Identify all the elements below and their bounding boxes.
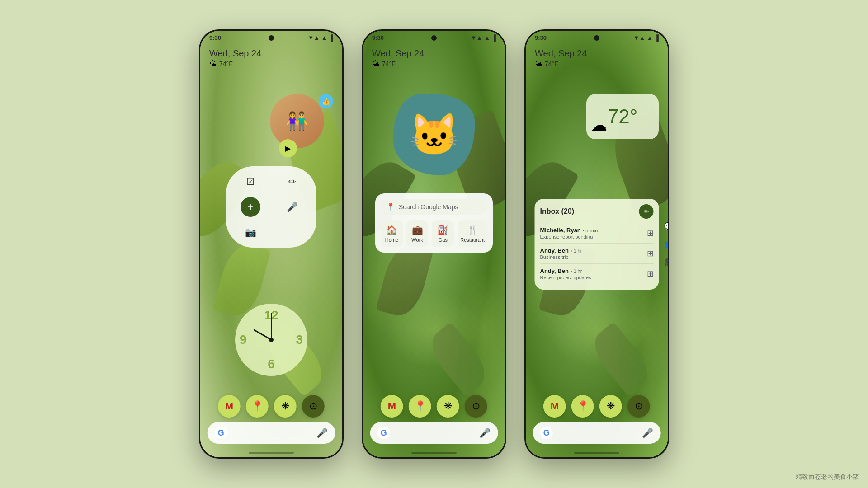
maps-app-icon-2[interactable]: 📍	[409, 395, 431, 418]
maps-app-icon-3[interactable]: 📍	[571, 395, 594, 418]
date-text-3: Wed, Sep 24	[535, 48, 659, 59]
weather-widget-3: 72° ☁	[586, 94, 659, 139]
photo-image-1: 👫	[270, 94, 324, 148]
wifi-icon-3: ▼▲	[633, 34, 645, 41]
tasks-icon-1[interactable]: ☑	[242, 174, 259, 190]
like-badge-1: 👍	[319, 94, 333, 108]
home-indicator-2	[411, 452, 457, 454]
gmail-preview-3-3: Recent project updates	[540, 275, 591, 280]
maps-btn-home-2[interactable]: 🏠 Home	[381, 220, 403, 247]
maps-search-2[interactable]: 📍 Search Google Maps	[381, 199, 487, 215]
gmail-icon-1[interactable]: M	[218, 395, 241, 418]
search-bar-2[interactable]: G 🎤	[370, 422, 498, 444]
gmail-row-2-3[interactable]: Andy, Ben • 1 hr Business trip ⊞	[540, 244, 654, 264]
weather-temp-2: 74°F	[382, 60, 396, 67]
search-bar-3[interactable]: G 🎤	[533, 422, 661, 444]
like-icon-1: 👍	[321, 97, 330, 106]
status-icons-3: ▼▲ ▲ ▐	[633, 34, 659, 41]
gmail-time-1-3: 5 min	[585, 228, 598, 233]
shortcuts-blob-1: ☑ ✏ + 🎤 📷	[226, 166, 316, 248]
people-side-icon-3[interactable]: 👥	[662, 238, 668, 251]
home-indicator-3	[574, 452, 619, 454]
gmail-side-icons-3: 💬 👥 🎥	[662, 220, 668, 269]
mic-icon-3: 🎤	[642, 427, 653, 438]
weather-cloud-3: ☁	[591, 116, 607, 135]
chat-side-icon-3[interactable]: 💬	[662, 220, 668, 233]
clock-min-hand-1	[271, 313, 272, 340]
status-bar-2: 9:30 ▼▲ ▲ ▐	[363, 31, 505, 43]
phones-container: 9:30 ▼▲ ▲ ▐ Wed, Sep 24 🌤 74°F 👫	[199, 29, 669, 459]
gmail-edit-button-3[interactable]: ✏	[639, 204, 654, 219]
gmail-sender-3-3: Andy, Ben • 1 hr	[540, 267, 591, 274]
cat-emoji-2: 🐱	[409, 111, 459, 159]
gmail-preview-2-3: Business trip	[540, 254, 582, 260]
pinwheel-icon-2[interactable]: ❋	[437, 395, 459, 418]
maps-btn-restaurant-2[interactable]: 🍴 Restaurant	[458, 220, 487, 247]
google-g-1: G	[215, 427, 227, 439]
notes-icon-1[interactable]: ✏	[284, 174, 300, 190]
play-button-1[interactable]: ▶	[279, 139, 297, 157]
gmail-icon-2[interactable]: M	[381, 395, 403, 418]
camera-notch-3	[594, 35, 599, 41]
date-widget-1: Wed, Sep 24 🌤 74°F	[200, 43, 342, 68]
battery-icon-3: ▐	[655, 34, 659, 41]
weather-icon-2: 🌤	[372, 60, 379, 68]
gmail-time-3-3: 1 hr	[573, 268, 582, 274]
chrome-2: ⊙	[472, 400, 480, 412]
maps-pin-icon-2: 📍	[386, 202, 395, 211]
signal-icon-3: ▲	[647, 34, 653, 41]
chrome-icon-3[interactable]: ⊙	[627, 395, 650, 418]
mic-icon-2: 🎤	[479, 427, 491, 438]
home-icon-2: 🏠	[386, 225, 397, 235]
gmail-row-3-3[interactable]: Andy, Ben • 1 hr Recent project updates …	[540, 264, 654, 284]
cat-widget-2[interactable]: 🐱	[393, 94, 475, 175]
gmail-email-content-1-3: Michelle, Ryan • 5 min Expense report pe…	[540, 227, 598, 239]
status-bar-1: 9:30 ▼▲ ▲ ▐	[200, 31, 342, 43]
search-bar-1[interactable]: G 🎤	[208, 422, 335, 444]
wifi-icon-2: ▼▲	[471, 34, 482, 41]
gmail-row-1-3[interactable]: Michelle, Ryan • 5 min Expense report pe…	[540, 223, 654, 244]
chrome-1: ⊙	[309, 400, 317, 412]
app-row-3: M 📍 ❋ ⊙	[543, 395, 650, 418]
weather-icon-1: 🌤	[209, 60, 217, 68]
gmail-preview-1-3: Expense report pending	[540, 234, 598, 239]
gmail-letter-1: M	[225, 400, 233, 412]
maps-btn-work-2[interactable]: 💼 Work	[406, 220, 429, 247]
weather-row-2: 🌤 74°F	[372, 60, 496, 68]
photo-blob-1: 👫	[270, 94, 324, 148]
app-row-1: M 📍 ❋ ⊙	[218, 395, 325, 418]
shortcuts-widget-1: ☑ ✏ + 🎤 📷	[226, 166, 316, 248]
gmail-sender-1-3: Michelle, Ryan • 5 min	[540, 227, 598, 234]
clock-widget-1: 12 3 6 9	[235, 304, 307, 376]
google-g-3: G	[540, 427, 553, 439]
maps-icon-1[interactable]: 📍	[246, 395, 269, 418]
gmail-sender-2-3: Andy, Ben • 1 hr	[540, 247, 582, 254]
camera-shortcut-icon-1[interactable]: 📷	[242, 224, 259, 240]
weather-temp-3: 74°F	[545, 60, 558, 67]
chrome-3: ⊙	[635, 400, 643, 412]
bottom-dock-2: M 📍 ❋ ⊙ G 🎤	[370, 395, 498, 444]
video-side-icon-3[interactable]: 🎥	[662, 256, 668, 269]
chrome-icon-1[interactable]: ⊙	[302, 395, 325, 418]
gmail-add-action-3-3[interactable]: ⊞	[647, 269, 654, 279]
add-shortcut-button-1[interactable]: +	[241, 197, 260, 217]
pinwheel-icon-3[interactable]: ❋	[599, 395, 622, 418]
gmail-time-2-3: 1 hr	[573, 248, 582, 253]
home-label-2: Home	[385, 237, 398, 243]
bottom-dock-1: M 📍 ❋ ⊙ G 🎤	[208, 395, 335, 444]
chrome-icon-2[interactable]: ⊙	[465, 395, 487, 418]
mic-shortcut-icon-1[interactable]: 🎤	[284, 199, 300, 215]
clock-6-1: 6	[268, 357, 275, 371]
status-icons-1: ▼▲ ▲ ▐	[308, 34, 333, 41]
gmail-letter-3: M	[551, 400, 559, 412]
pinwheel-2: ❋	[444, 400, 452, 412]
gmail-add-action-2-3[interactable]: ⊞	[647, 249, 654, 258]
gmail-icon-3[interactable]: M	[543, 395, 566, 418]
clock-9-1: 9	[240, 333, 247, 347]
pinwheel-icon-1[interactable]: ❋	[274, 395, 297, 418]
gmail-add-action-1-3[interactable]: ⊞	[647, 228, 654, 238]
maps-pin-2: 📍	[414, 400, 426, 412]
restaurant-label-2: Restaurant	[460, 237, 485, 243]
maps-btn-gas-2[interactable]: ⛽ Gas	[432, 220, 454, 247]
date-widget-3: Wed, Sep 24 🌤 74°F	[526, 43, 668, 68]
